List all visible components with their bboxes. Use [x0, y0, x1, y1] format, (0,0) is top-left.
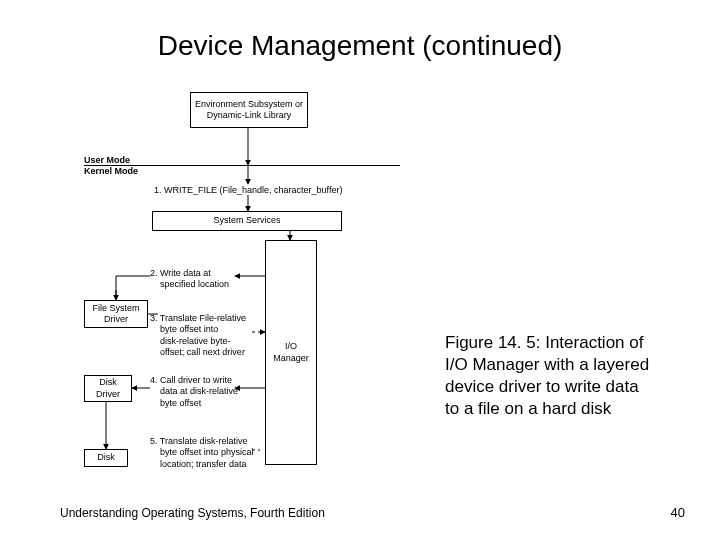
- box-env-subsystem: Environment Subsystem or Dynamic-Link Li…: [190, 92, 308, 128]
- box-io-manager: I/O Manager: [265, 240, 317, 465]
- page-number: 40: [671, 505, 685, 520]
- box-system-services: System Services: [152, 211, 342, 231]
- step-4: 4. Call driver to write data at disk-rel…: [150, 375, 238, 409]
- box-disk: Disk: [84, 449, 128, 467]
- diagram: Environment Subsystem or Dynamic-Link Li…: [100, 92, 400, 482]
- page-title: Device Management (continued): [0, 30, 720, 62]
- label-kernel-mode: Kernel Mode: [84, 166, 138, 177]
- figure-caption: Figure 14. 5: Interaction of I/O Manager…: [445, 332, 655, 420]
- box-disk-driver: Disk Driver: [84, 375, 132, 402]
- arrows: [100, 92, 400, 482]
- step-3: 3. Translate File-relative byte offset i…: [150, 313, 246, 358]
- box-file-system-driver: File System Driver: [84, 300, 148, 328]
- step-1: 1. WRITE_FILE (File_handle, character_bu…: [154, 185, 342, 196]
- step-2: 2. Write data at specified location: [150, 268, 229, 291]
- mode-divider: [84, 165, 400, 166]
- footer-text: Understanding Operating Systems, Fourth …: [60, 506, 325, 520]
- step-5: 5. Translate disk-relative byte offset i…: [150, 436, 253, 470]
